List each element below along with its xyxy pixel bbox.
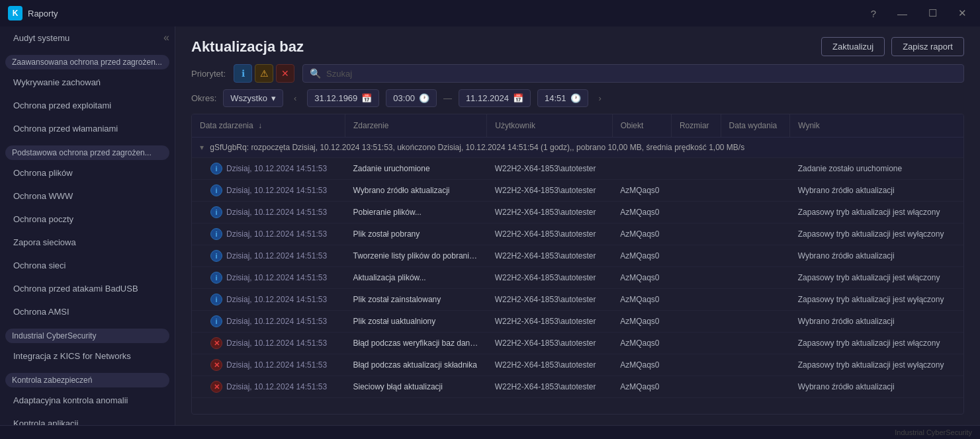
priority-icons: ℹ ⚠ ✕ bbox=[234, 64, 294, 83]
sidebar-item-amsi[interactable]: Ochrona AMSI bbox=[3, 301, 172, 323]
calendar-to-icon: 📅 bbox=[513, 93, 523, 103]
period-next-button[interactable]: › bbox=[595, 91, 605, 106]
sidebar-item-poczta[interactable]: Ochrona poczty bbox=[3, 208, 172, 230]
update-button[interactable]: Zaktualizuj bbox=[821, 37, 885, 56]
date-to-value: 11.12.2024 bbox=[466, 93, 509, 103]
cell-object: AzMQaqs0 bbox=[612, 354, 671, 376]
cell-object: AzMQaqs0 bbox=[612, 202, 671, 223]
title-bar-title: Raporty bbox=[28, 9, 58, 19]
sidebar-item-label: Ochrona poczty bbox=[13, 214, 73, 224]
cell-user: W22H2-X64-1853\autotester bbox=[487, 223, 612, 245]
time-to-value: 14:51 bbox=[545, 93, 566, 103]
cell-object: AzMQaqs0 bbox=[612, 245, 671, 267]
sidebar-item-label: Ochrona przed exploitami bbox=[13, 100, 111, 110]
time-to-input[interactable]: 14:51 🕐 bbox=[537, 89, 588, 107]
cell-object: AzMQaqs0 bbox=[612, 333, 671, 354]
save-report-button[interactable]: Zapisz raport bbox=[891, 37, 964, 56]
cell-date: ✕Dzisiaj, 10.12.2024 14:51:53 bbox=[192, 354, 345, 376]
table-row[interactable]: iDzisiaj, 10.12.2024 14:51:53 Zadanie ur… bbox=[192, 158, 963, 180]
cell-user: W22H2-X64-1853\autotester bbox=[487, 311, 612, 333]
cell-size bbox=[671, 158, 721, 180]
cell-publish-date bbox=[721, 311, 790, 333]
sidebar-badge-industrial: Industrial CyberSecurity bbox=[5, 329, 169, 343]
close-button[interactable]: ✕ bbox=[953, 5, 972, 22]
sidebar-item-label: Ochrona plików bbox=[13, 168, 73, 178]
search-input[interactable] bbox=[326, 69, 957, 79]
cell-event: Plik został uaktualniony bbox=[345, 311, 487, 333]
cell-object: AzMQaqs0 bbox=[612, 311, 671, 333]
sidebar-item-aplikacji[interactable]: Kontrola aplikacji bbox=[3, 413, 172, 425]
maximize-button[interactable]: ☐ bbox=[923, 5, 942, 22]
date-from-input[interactable]: 31.12.1969 📅 bbox=[307, 89, 379, 107]
table-row[interactable]: ✕Dzisiaj, 10.12.2024 14:51:53 Sieciowy b… bbox=[192, 376, 963, 398]
date-from-value: 31.12.1969 bbox=[314, 93, 357, 103]
col-event[interactable]: Zdarzenie bbox=[345, 114, 487, 138]
sidebar-badge-kontrola-zab: Kontrola zabezpieczeń bbox=[5, 373, 169, 387]
calendar-from-icon: 📅 bbox=[361, 93, 372, 103]
priority-error-button[interactable]: ✕ bbox=[276, 64, 294, 83]
cell-date: iDzisiaj, 10.12.2024 14:51:53 bbox=[192, 289, 345, 311]
sidebar-item-wlamania[interactable]: Ochrona przed włamaniami bbox=[3, 118, 172, 140]
col-result[interactable]: Wynik bbox=[790, 114, 963, 138]
table-row[interactable]: iDzisiaj, 10.12.2024 14:51:53 Pobieranie… bbox=[192, 202, 963, 223]
cell-publish-date bbox=[721, 202, 790, 223]
table-row[interactable]: iDzisiaj, 10.12.2024 14:51:53 Plik zosta… bbox=[192, 311, 963, 333]
table-row[interactable]: ✕Dzisiaj, 10.12.2024 14:51:53 Błąd podcz… bbox=[192, 354, 963, 376]
cell-result: Zadanie zostało uruchomione bbox=[790, 158, 963, 180]
period-select[interactable]: Wszystko ▾ bbox=[223, 89, 283, 107]
search-icon: 🔍 bbox=[310, 68, 321, 79]
cell-user: W22H2-X64-1853\autotester bbox=[487, 202, 612, 223]
col-publish-date[interactable]: Data wydania bbox=[721, 114, 790, 138]
table-container: Data zdarzenia ↓ Zdarzenie Użytkownik Ob… bbox=[191, 114, 964, 415]
sidebar-item-badusb[interactable]: Ochrona przed atakami BadUSB bbox=[3, 278, 172, 299]
cell-publish-date bbox=[721, 223, 790, 245]
cell-user: W22H2-X64-1853\autotester bbox=[487, 180, 612, 202]
date-to-input[interactable]: 11.12.2024 📅 bbox=[459, 89, 531, 107]
group-toggle-icon[interactable]: ▾ bbox=[200, 143, 204, 152]
sidebar: « Audyt systemu Zaawansowana ochrona prz… bbox=[0, 26, 175, 425]
minimize-button[interactable]: — bbox=[892, 5, 913, 22]
sidebar-item-pliki[interactable]: Ochrona plików bbox=[3, 162, 172, 184]
table-row[interactable]: ✕Dzisiaj, 10.12.2024 14:51:53 Błąd podcz… bbox=[192, 333, 963, 354]
cell-event: Aktualizacja plików... bbox=[345, 267, 487, 289]
cell-size bbox=[671, 245, 721, 267]
period-prev-button[interactable]: ‹ bbox=[290, 91, 300, 106]
priority-info-button[interactable]: ℹ bbox=[234, 64, 252, 83]
cell-result: Zapasowy tryb aktualizacji jest włączony bbox=[790, 333, 963, 354]
sidebar-item-wykrywanie[interactable]: Wykrywanie zachowań bbox=[3, 71, 172, 93]
sidebar-item-anomalie[interactable]: Adaptacyjna kontrola anomalii bbox=[3, 389, 172, 411]
sidebar-item-audyt[interactable]: Audyt systemu bbox=[3, 27, 172, 49]
sidebar-item-exploity[interactable]: Ochrona przed exploitami bbox=[3, 95, 172, 116]
table-row[interactable]: iDzisiaj, 10.12.2024 14:51:53 Wybrano źr… bbox=[192, 180, 963, 202]
cell-publish-date bbox=[721, 267, 790, 289]
time-from-value: 03:00 bbox=[393, 93, 415, 103]
content-area: Aktualizacja baz Zaktualizuj Zapisz rapo… bbox=[175, 26, 980, 425]
sidebar-collapse-button[interactable]: « bbox=[163, 32, 169, 44]
cell-publish-date bbox=[721, 158, 790, 180]
sidebar-item-kics[interactable]: Integracja z KICS for Networks bbox=[3, 345, 172, 367]
priority-warning-button[interactable]: ⚠ bbox=[255, 64, 273, 83]
table-group-row[interactable]: ▾ gSfUgbRq: rozpoczęta Dzisiaj, 10.12.20… bbox=[192, 138, 963, 158]
sidebar-item-zapora[interactable]: Zapora sieciowa bbox=[3, 231, 172, 253]
cell-user: W22H2-X64-1853\autotester bbox=[487, 289, 612, 311]
time-from-input[interactable]: 03:00 🕐 bbox=[386, 89, 437, 107]
table-row[interactable]: iDzisiaj, 10.12.2024 14:51:53 Aktualizac… bbox=[192, 267, 963, 289]
sidebar-item-label: Zapora sieciowa bbox=[13, 237, 76, 247]
cell-result: Zapasowy tryb aktualizacji jest włączony bbox=[790, 202, 963, 223]
cell-date: iDzisiaj, 10.12.2024 14:51:53 bbox=[192, 223, 345, 245]
col-size[interactable]: Rozmiar bbox=[671, 114, 721, 138]
col-object[interactable]: Obiekt bbox=[612, 114, 671, 138]
cell-event: Błąd podczas weryfikacji baz danych oraz… bbox=[345, 333, 487, 354]
col-date[interactable]: Data zdarzenia ↓ bbox=[192, 114, 345, 138]
period-row: Okres: Wszystko ▾ ‹ 31.12.1969 📅 03:00 🕐… bbox=[175, 89, 980, 114]
table-row[interactable]: iDzisiaj, 10.12.2024 14:51:53 Plik zosta… bbox=[192, 223, 963, 245]
col-user[interactable]: Użytkownik bbox=[487, 114, 612, 138]
cell-date: iDzisiaj, 10.12.2024 14:51:53 bbox=[192, 245, 345, 267]
sidebar-item-sieci[interactable]: Ochrona sieci bbox=[3, 255, 172, 276]
table-row[interactable]: iDzisiaj, 10.12.2024 14:51:53 Plik zosta… bbox=[192, 289, 963, 311]
filter-row: Priorytet: ℹ ⚠ ✕ 🔍 bbox=[175, 64, 980, 89]
table-row[interactable]: iDzisiaj, 10.12.2024 14:51:53 Tworzenie … bbox=[192, 245, 963, 267]
cell-event: Plik został pobrany bbox=[345, 223, 487, 245]
help-button[interactable]: ? bbox=[866, 5, 881, 22]
sidebar-item-www[interactable]: Ochrona WWW bbox=[3, 185, 172, 207]
